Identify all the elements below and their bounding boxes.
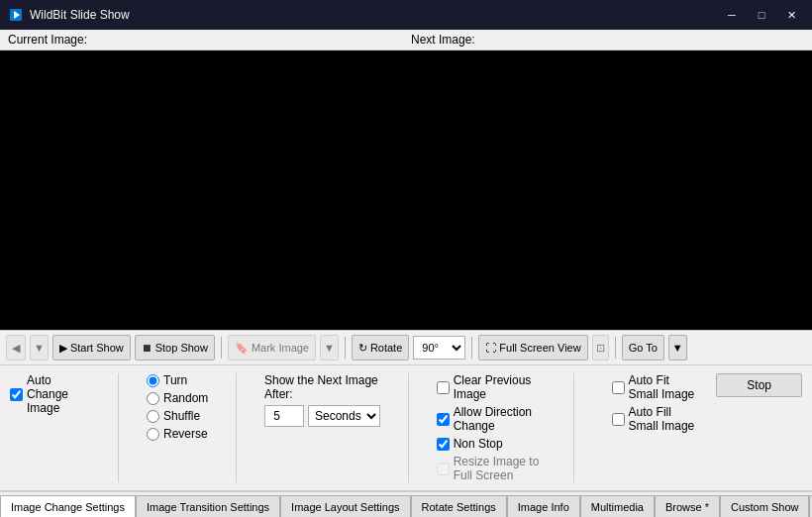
start-show-button[interactable]: ▶ Start Show [52,335,131,361]
toolbar-separator-3 [471,337,472,359]
mark-image-button[interactable]: 🔖 Mark Image [228,335,316,361]
shuffle-option[interactable]: Shuffle [147,409,208,423]
maximize-button[interactable]: □ [749,5,774,25]
rotate-button[interactable]: ↻ Rotate [352,335,409,361]
auto-change-image-checkbox[interactable] [10,388,23,401]
seconds-input[interactable] [264,405,304,427]
full-screen-label: Full Screen View [499,342,580,354]
fullscreen-extra-btn[interactable]: ⊡ [592,335,609,361]
mark-dropdown-button[interactable]: ▼ [320,335,339,361]
close-button[interactable]: ✕ [778,5,804,25]
settings-panel: Auto Change Image Turn Random Shuffle Re… [0,365,812,491]
minimize-button[interactable]: ─ [719,5,745,25]
show-next-col: Show the Next Image After: Seconds Minut… [264,373,380,427]
tab-multimedia-label: Multimedia [591,501,644,513]
reverse-radio[interactable] [147,428,159,441]
auto-change-image-label: Auto Change Image [27,373,90,415]
bookmark-icon: 🔖 [235,342,249,355]
checkboxes-col: Clear Previous Image Allow Direction Cha… [437,373,546,482]
tab-image-layout-label: Image Layout Settings [291,501,399,513]
clear-previous-label: Clear Previous Image [454,373,546,401]
mark-image-label: Mark Image [252,342,309,354]
toolbar-separator-4 [615,337,616,359]
stop-show-button[interactable]: ⏹ Stop Show [135,335,215,361]
turn-label: Turn [163,373,187,387]
tab-image-info[interactable]: Image Info [507,495,580,517]
rotate-label: Rotate [370,342,402,354]
settings-divider-3 [408,373,409,482]
auto-fit-checkbox[interactable] [612,381,625,394]
auto-fit-label: Auto Fit Small Image [629,373,697,401]
auto-fit-option[interactable]: Auto Fit Small Image [612,373,697,401]
toolbar-separator-1 [221,337,222,359]
rotate-select[interactable]: 90° 180° 270° [413,336,465,360]
auto-fill-option[interactable]: Auto Fill Small Image [612,405,697,433]
turn-radio[interactable] [147,374,159,387]
next-image-label: Next Image: [401,33,804,47]
go-to-dropdown-button[interactable]: ▼ [668,335,687,361]
seconds-select[interactable]: Seconds Minutes [308,405,380,427]
show-next-label: Show the Next Image After: [264,373,380,401]
resize-image-label: Resize Image to Full Screen [454,455,546,482]
allow-direction-checkbox[interactable] [437,413,450,426]
go-to-button[interactable]: Go To [622,335,664,361]
tab-custom-show[interactable]: Custom Show [720,495,809,517]
preview-area [0,51,812,330]
fullscreen-extra-icon: ⊡ [596,342,605,355]
full-screen-button[interactable]: ⛶ Full Screen View [478,335,587,361]
stop-button[interactable]: Stop [716,373,802,397]
tab-image-change[interactable]: Image Change Settings [0,495,136,517]
order-settings-col: Turn Random Shuffle Reverse [147,373,208,441]
tab-rotate-label: Rotate Settings [422,501,496,513]
clear-previous-option[interactable]: Clear Previous Image [437,373,546,401]
title-bar: WildBit Slide Show ─ □ ✕ [0,0,812,30]
clear-previous-checkbox[interactable] [437,381,450,394]
random-radio[interactable] [147,392,159,405]
nav-back-icon: ◀ [12,342,20,355]
stop-button-area: Stop [716,373,802,397]
shuffle-radio[interactable] [147,410,159,423]
tab-image-change-label: Image Change Settings [11,501,125,513]
tab-image-info-label: Image Info [518,501,569,513]
auto-change-image-option[interactable]: Auto Change Image [10,373,90,415]
tab-browse[interactable]: Browse * [655,495,720,517]
play-icon: ▶ [59,342,67,355]
start-show-label: Start Show [70,342,124,354]
nav-dropdown-button[interactable]: ▼ [30,335,49,361]
tab-image-layout[interactable]: Image Layout Settings [280,495,410,517]
auto-fill-checkbox[interactable] [612,413,625,426]
mark-dropdown-icon: ▼ [324,342,335,354]
window-title: WildBit Slide Show [30,8,719,22]
toolbar: ◀ ▼ ▶ Start Show ⏹ Stop Show 🔖 Mark Imag… [0,330,812,365]
window-controls: ─ □ ✕ [719,5,804,25]
tab-custom-show-label: Custom Show [731,501,798,513]
tab-browse-label: Browse * [665,501,709,513]
stop-show-label: Stop Show [155,342,208,354]
non-stop-option[interactable]: Non Stop [437,437,546,451]
auto-fill-label: Auto Fill Small Image [629,405,697,433]
rotate-icon: ↻ [358,342,367,355]
auto-change-col: Auto Change Image [10,373,90,415]
reverse-label: Reverse [163,427,208,441]
random-option[interactable]: Random [147,391,208,405]
current-image-label: Current Image: [8,33,401,47]
image-labels-bar: Current Image: Next Image: [0,30,812,51]
non-stop-checkbox[interactable] [437,438,450,451]
tab-multimedia[interactable]: Multimedia [580,495,655,517]
dropdown-arrow-icon: ▼ [34,342,45,354]
non-stop-label: Non Stop [454,437,503,451]
fullscreen-icon: ⛶ [485,342,496,354]
tab-rotate[interactable]: Rotate Settings [411,495,507,517]
next-image-preview [406,51,812,330]
reverse-option[interactable]: Reverse [147,427,208,441]
stop-icon: ⏹ [142,342,152,354]
nav-back-button[interactable]: ◀ [6,335,26,361]
tabs-bar: Image Change Settings Image Transition S… [0,491,812,517]
tab-image-transition-label: Image Transition Settings [147,501,269,513]
random-label: Random [163,391,208,405]
resize-image-option[interactable]: Resize Image to Full Screen [437,455,546,482]
allow-direction-option[interactable]: Allow Direction Change [437,405,546,433]
tab-image-transition[interactable]: Image Transition Settings [136,495,280,517]
turn-option[interactable]: Turn [147,373,208,387]
settings-divider-1 [118,373,119,482]
